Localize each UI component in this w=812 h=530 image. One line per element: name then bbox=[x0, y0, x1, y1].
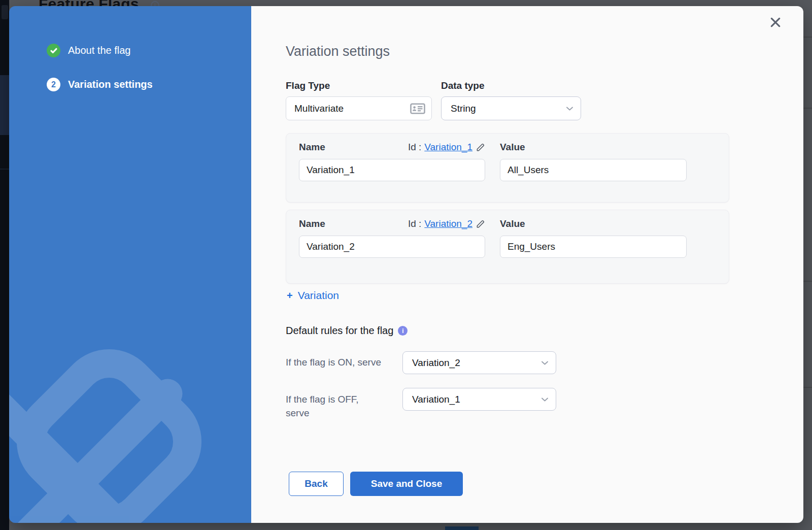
add-variation-label: Variation bbox=[298, 289, 339, 302]
plus-icon: + bbox=[287, 290, 293, 302]
flag-type-label: Flag Type bbox=[286, 80, 330, 91]
variation-card: Name Id : Variation_2 Value bbox=[286, 210, 729, 284]
variation-id-link[interactable]: Variation_2 bbox=[424, 218, 472, 229]
variation-card: Name Id : Variation_1 Value bbox=[286, 133, 729, 203]
flag-off-label: If the flag is OFF, serve bbox=[286, 392, 382, 420]
background-row-divider bbox=[803, 281, 812, 282]
flag-setup-modal: About the flag 2 Variation settings Vari… bbox=[9, 6, 803, 523]
edit-pencil-icon[interactable] bbox=[476, 143, 485, 152]
flag-on-value: Variation_2 bbox=[412, 357, 541, 369]
flag-off-select[interactable]: Variation_1 bbox=[402, 388, 556, 411]
back-button[interactable]: Back bbox=[289, 472, 344, 496]
flag-on-label: If the flag is ON, serve bbox=[286, 355, 381, 369]
variation-id-group: Id : Variation_1 bbox=[408, 142, 485, 153]
chevron-down-icon bbox=[541, 360, 549, 366]
variation-value-input[interactable] bbox=[500, 159, 687, 181]
chevron-down-icon bbox=[566, 106, 573, 111]
data-type-value: String bbox=[451, 103, 566, 114]
step-complete-check-icon bbox=[47, 44, 60, 57]
value-label: Value bbox=[500, 142, 525, 153]
flag-off-value: Variation_1 bbox=[412, 394, 541, 405]
info-icon[interactable]: i bbox=[398, 326, 408, 336]
add-variation-button[interactable]: + Variation bbox=[287, 289, 339, 302]
chevron-down-icon bbox=[541, 397, 549, 402]
multivariate-card-icon bbox=[410, 103, 425, 115]
background-row-divider bbox=[803, 387, 812, 388]
wizard-steps: About the flag 2 Variation settings bbox=[9, 6, 251, 91]
background-row-divider bbox=[803, 108, 812, 109]
sidebar-logo bbox=[2, 5, 8, 19]
default-rules-title: Default rules for the flag bbox=[286, 325, 393, 337]
name-label: Name bbox=[299, 218, 325, 229]
name-label: Name bbox=[299, 142, 325, 153]
variation-name-input[interactable] bbox=[299, 236, 485, 258]
variation-settings-panel: Variation settings Flag Type Data type S… bbox=[251, 6, 803, 523]
screen: Feature Flags i Ab bbox=[0, 0, 812, 530]
close-icon[interactable] bbox=[769, 16, 782, 28]
id-prefix: Id : bbox=[408, 142, 421, 153]
panel-title: Variation settings bbox=[286, 44, 390, 59]
flag-type-input[interactable] bbox=[294, 103, 410, 114]
id-prefix: Id : bbox=[408, 218, 421, 229]
save-and-close-button[interactable]: Save and Close bbox=[350, 472, 463, 496]
data-type-select[interactable]: String bbox=[441, 96, 581, 120]
variation-value-input[interactable] bbox=[500, 236, 687, 258]
edit-pencil-icon[interactable] bbox=[476, 219, 485, 229]
brand-watermark bbox=[9, 300, 251, 523]
step-label: About the flag bbox=[68, 45, 130, 56]
variation-name-input[interactable] bbox=[299, 159, 485, 181]
sidebar-divider bbox=[0, 169, 9, 170]
default-rules-heading: Default rules for the flag i bbox=[286, 325, 408, 337]
step-about-the-flag[interactable]: About the flag bbox=[9, 44, 251, 57]
sidebar-active-item bbox=[0, 75, 9, 135]
background-row-divider bbox=[803, 37, 812, 38]
variation-id-group: Id : Variation_2 bbox=[408, 218, 485, 229]
background-accent-bar bbox=[445, 526, 479, 530]
action-buttons: Back Save and Close bbox=[289, 472, 463, 496]
step-label: Variation settings bbox=[68, 79, 153, 90]
wizard-sidebar: About the flag 2 Variation settings bbox=[9, 6, 251, 523]
app-sidebar bbox=[0, 0, 9, 530]
variation-id-link[interactable]: Variation_1 bbox=[424, 142, 472, 153]
flag-on-select[interactable]: Variation_2 bbox=[402, 351, 556, 374]
data-type-label: Data type bbox=[441, 80, 485, 91]
step-variation-settings[interactable]: 2 Variation settings bbox=[9, 78, 251, 91]
value-label: Value bbox=[500, 218, 525, 229]
flag-type-field bbox=[286, 96, 432, 120]
step-number-badge: 2 bbox=[47, 78, 60, 91]
